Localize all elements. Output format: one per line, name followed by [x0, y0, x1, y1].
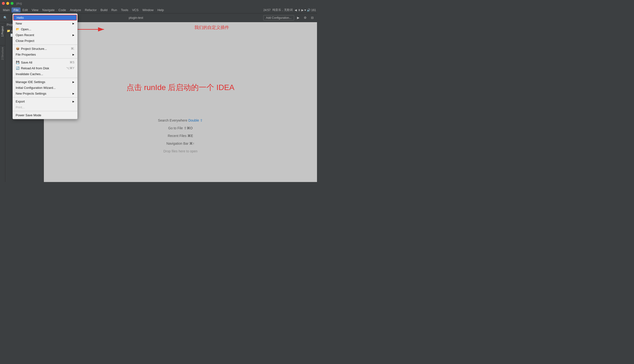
menu-bar: Main File Edit View Navigate Code Analyz…	[0, 7, 317, 14]
menu-entry-close-project[interactable]: Close Project	[13, 38, 77, 44]
menu-view[interactable]: View	[30, 8, 41, 12]
divider-2	[13, 58, 77, 58]
run-button[interactable]: ▶	[296, 15, 301, 20]
open-icon: 📂	[16, 28, 20, 31]
file-properties-label: File Properties	[16, 53, 72, 56]
window-frame: plug Main File Edit View Navigate Code A…	[0, 0, 317, 182]
new-projects-arrow-icon: ▶	[73, 92, 75, 95]
layout-button[interactable]: ⊟	[310, 15, 315, 20]
project-structure-icon: 📦	[16, 47, 20, 50]
music-display: 纯音乐，无歌词	[272, 8, 293, 12]
menu-entry-file-properties[interactable]: File Properties ▶	[13, 52, 77, 57]
menu-help[interactable]: Help	[155, 8, 166, 12]
new-projects-label: New Projects Settings	[16, 92, 72, 95]
menu-entry-open-recent[interactable]: Open Recent ▶	[13, 32, 77, 38]
content-area: 我们的自定义插件 点击 runIde 后启动的一个 IDEA Search Ev…	[44, 22, 317, 182]
power-save-label: Power Save Mode	[16, 114, 75, 117]
divider-3	[13, 78, 77, 78]
shortcut-search: Search Everywhere Double ⇧	[158, 118, 203, 122]
save-all-icon: 💾	[16, 61, 20, 64]
menu-vcs[interactable]: VCS	[130, 8, 141, 12]
recent-keys: ⌘E	[187, 134, 193, 138]
export-label: Export	[16, 100, 72, 103]
export-arrow-icon: ▶	[73, 100, 75, 103]
manage-ide-arrow-icon: ▶	[73, 81, 75, 83]
initial-config-label: Initial Configuration Wizard...	[16, 86, 75, 90]
menu-run[interactable]: Run	[109, 8, 119, 12]
menu-entry-export[interactable]: Export ▶	[13, 98, 77, 104]
goto-keys: ⇧⌘O	[184, 126, 193, 130]
sidebar-item-project[interactable]: 1:Project	[0, 24, 5, 38]
annotation-container: 我们的自定义插件	[44, 24, 317, 30]
add-configuration-button[interactable]: Add Configuration...	[263, 15, 294, 20]
divider-1	[13, 44, 77, 45]
menu-refactor[interactable]: Refactor	[83, 8, 99, 12]
menu-entry-initial-config[interactable]: Initial Configuration Wizard...	[13, 85, 77, 90]
shortcut-recent: Recent Files ⌘E	[168, 134, 193, 138]
title-bar: plug	[0, 0, 317, 7]
navbar-keys: ⌘↑	[189, 142, 194, 146]
divider-5	[13, 111, 77, 111]
search-link[interactable]: Double ⇧	[188, 118, 203, 122]
project-structure-shortcut: ⌘;	[71, 47, 75, 50]
new-label: New	[16, 22, 72, 25]
reload-label: Reload All from Disk	[21, 66, 62, 70]
shortcut-navbar: Navigation Bar ⌘↑	[167, 142, 195, 146]
menu-tools[interactable]: Tools	[119, 8, 130, 12]
traffic-lights	[2, 2, 14, 5]
new-arrow-icon: ▶	[73, 22, 75, 25]
sidebar-item-structure[interactable]: 2:Structure	[0, 45, 5, 62]
menu-window[interactable]: Window	[141, 8, 155, 12]
manage-ide-label: Manage IDE Settings	[16, 80, 72, 84]
menu-entry-hello[interactable]: Hello	[13, 15, 77, 20]
menu-analyze[interactable]: Analyze	[68, 8, 83, 12]
menu-code[interactable]: Code	[57, 8, 68, 12]
project-structure-label: Project Structure...	[21, 47, 67, 50]
menu-entry-print: Print...	[13, 104, 77, 110]
menu-entry-power-save[interactable]: Power Save Mode	[13, 112, 77, 118]
main-content-text: 点击 runIde 后启动的一个 IDEA	[127, 82, 234, 93]
menu-entry-new-projects[interactable]: New Projects Settings ▶	[13, 90, 77, 96]
menu-entry-new[interactable]: New ▶	[13, 20, 77, 26]
file-properties-arrow-icon: ▶	[73, 53, 75, 56]
time-display: 24:57	[263, 8, 271, 12]
menu-bar-right: 24:57 纯音乐，无歌词 ◀ ⏸ ▶ ♥ 🔊 161	[263, 8, 316, 12]
menu-entry-manage-ide[interactable]: Manage IDE Settings ▶	[13, 79, 77, 85]
shortcut-goto: Go to File ⇧⌘O	[168, 126, 193, 130]
left-sidebar: 1:Project 2:Structure	[0, 22, 5, 182]
file-dropdown-menu: Hello New ▶ 📂 Open... Open Recent ▶ Clos…	[13, 14, 78, 119]
reload-shortcut: ⌥⌘Y	[66, 66, 75, 70]
project-tab: plug	[16, 2, 22, 5]
save-all-shortcut: ⌘S	[70, 61, 75, 64]
open-recent-label: Open Recent	[16, 33, 72, 37]
hello-label: Hello	[17, 16, 74, 20]
menu-entry-save-all[interactable]: 💾 Save All ⌘S	[13, 60, 77, 65]
menu-edit[interactable]: Edit	[21, 8, 30, 12]
menu-file[interactable]: File	[12, 8, 21, 12]
reload-icon: 🔄	[16, 66, 20, 70]
menu-entry-open[interactable]: 📂 Open...	[13, 26, 77, 32]
close-project-label: Close Project	[16, 39, 75, 42]
menu-build[interactable]: Build	[99, 8, 109, 12]
print-label: Print...	[16, 106, 75, 109]
menu-main[interactable]: Main	[1, 8, 12, 12]
maximize-button[interactable]	[11, 2, 14, 5]
close-button[interactable]	[2, 2, 5, 5]
toolbar-search-btn[interactable]: 🔍	[2, 15, 9, 20]
drop-files-text: Drop files here to open	[163, 149, 198, 153]
menu-entry-project-structure[interactable]: 📦 Project Structure... ⌘;	[13, 46, 77, 52]
menu-entry-invalidate[interactable]: Invalidate Caches...	[13, 71, 77, 77]
menu-navigate[interactable]: Navigate	[41, 8, 57, 12]
annotation-text: 我们的自定义插件	[194, 24, 229, 30]
menu-entry-reload[interactable]: 🔄 Reload All from Disk ⌥⌘Y	[13, 65, 77, 71]
folder-icon: 📁	[7, 29, 10, 32]
divider-4	[13, 97, 77, 98]
settings-button[interactable]: ⚙	[302, 15, 308, 20]
invalidate-label: Invalidate Caches...	[16, 72, 75, 76]
save-all-label: Save All	[21, 61, 66, 64]
open-label: Open...	[21, 28, 75, 31]
toolbar-right: Add Configuration... ▶ ⚙ ⊟	[263, 15, 315, 20]
open-recent-arrow-icon: ▶	[73, 34, 75, 36]
control-icons: ◀ ⏸ ▶ ♥ 🔊 161	[295, 8, 316, 12]
minimize-button[interactable]	[6, 2, 9, 5]
